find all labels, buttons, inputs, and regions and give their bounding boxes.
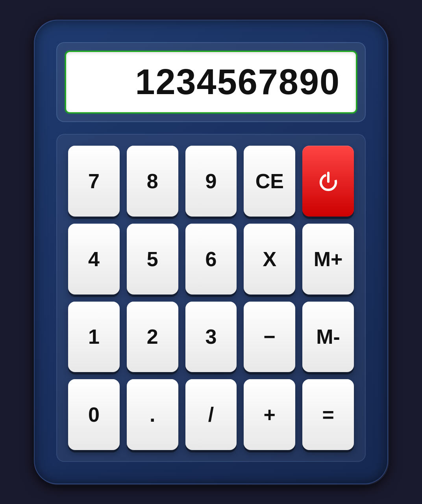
key-4[interactable]: 4 xyxy=(68,224,120,295)
key-8[interactable]: 8 xyxy=(127,146,178,217)
display-screen: 1234567890 xyxy=(65,51,357,113)
key-3[interactable]: 3 xyxy=(185,302,237,372)
key-dot[interactable]: . xyxy=(127,379,178,450)
key-power[interactable] xyxy=(302,146,354,217)
key-divide[interactable]: / xyxy=(185,379,237,450)
key-1[interactable]: 1 xyxy=(68,302,120,372)
key-6[interactable]: 6 xyxy=(185,224,237,295)
key-equals[interactable]: = xyxy=(302,379,354,450)
key-plus[interactable]: + xyxy=(244,379,295,450)
display-container: 1234567890 xyxy=(56,42,366,122)
key-row-0: 789CE xyxy=(68,146,354,217)
key-7[interactable]: 7 xyxy=(68,146,120,217)
key-mminus[interactable]: M- xyxy=(302,302,354,372)
key-mplus[interactable]: M+ xyxy=(302,224,354,295)
key-row-1: 456XM+ xyxy=(68,224,354,295)
key-0[interactable]: 0 xyxy=(68,379,120,450)
calculator: 1234567890 789CE 456XM+123−M-0./+= xyxy=(34,20,388,484)
key-multiply[interactable]: X xyxy=(244,224,295,295)
key-2[interactable]: 2 xyxy=(127,302,178,372)
key-5[interactable]: 5 xyxy=(127,224,178,295)
keypad: 789CE 456XM+123−M-0./+= xyxy=(56,134,366,462)
power-icon xyxy=(316,169,340,193)
key-minus[interactable]: − xyxy=(244,302,295,372)
key-row-3: 0./+= xyxy=(68,379,354,450)
key-9[interactable]: 9 xyxy=(185,146,237,217)
key-row-2: 123−M- xyxy=(68,302,354,372)
key-ce[interactable]: CE xyxy=(244,146,295,217)
